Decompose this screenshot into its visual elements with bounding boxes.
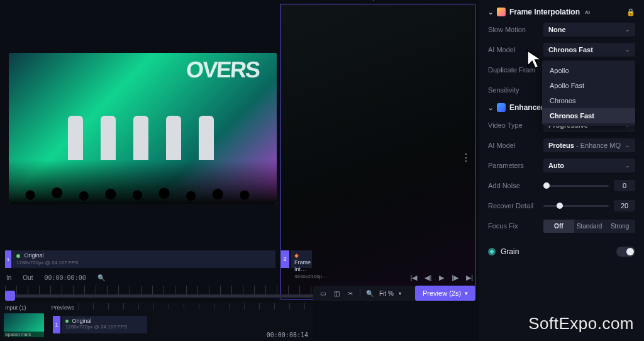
parameters-select[interactable]: Auto⌄ bbox=[543, 159, 635, 172]
clip-resolution: 1280x720px @ 24.167 FPS bbox=[16, 259, 272, 266]
recover-detail-slider[interactable] bbox=[543, 205, 609, 207]
sensitivity-label: Sensitivity bbox=[488, 86, 543, 94]
chevron-down-icon: ▾ bbox=[465, 290, 468, 296]
ai-model-row: AI Model Chronos Fast⌄ bbox=[488, 43, 635, 57]
parameters-label: Parameters bbox=[488, 162, 543, 169]
grain-title: Grain bbox=[501, 247, 519, 256]
editor-left-pane: OVERS ◆ TL ⋮ 1 Original 1280x720px @ 24.… bbox=[0, 0, 478, 341]
lock-icon[interactable]: 🔒 bbox=[626, 8, 635, 16]
dropdown-option-chronos[interactable]: Chronos bbox=[542, 93, 635, 108]
video-type-label: Video Type bbox=[488, 121, 543, 129]
status-dot-icon bbox=[65, 320, 69, 323]
zoom-select[interactable]: Fit % bbox=[379, 290, 394, 297]
filter-icon: ◆ bbox=[294, 252, 299, 259]
frame-interpolation-header[interactable]: ⌄ Frame Interpolation AI 🔒 bbox=[488, 8, 635, 16]
slow-motion-label: Slow Motion bbox=[488, 26, 543, 33]
play-icon[interactable]: ▶ bbox=[439, 274, 444, 282]
grain-icon bbox=[488, 248, 496, 255]
chevron-down-icon: ⌄ bbox=[625, 47, 630, 53]
track-sub: 1280x720px @ 24.167 FPS bbox=[65, 324, 143, 330]
search-icon[interactable]: 🔍 bbox=[97, 274, 105, 281]
clip-index-1: 1 bbox=[5, 250, 11, 268]
in-marker[interactable]: In bbox=[6, 274, 11, 281]
playhead-handle[interactable] bbox=[5, 291, 15, 301]
track-title: Original bbox=[72, 318, 92, 324]
transport-bar: In Out 00:00:00:00 🔍 |◀ ◀| ▶ |▶ ▶| bbox=[6, 272, 473, 283]
focus-fix-label: Focus Fix bbox=[488, 222, 543, 230]
focus-fix-strong[interactable]: Strong bbox=[604, 220, 635, 233]
frame-forward-icon[interactable]: |▶ bbox=[452, 274, 458, 282]
track-index[interactable]: 1 bbox=[53, 316, 60, 333]
crowd-silhouette bbox=[9, 160, 277, 204]
preview-original[interactable]: OVERS bbox=[9, 53, 277, 204]
timeline-track[interactable] bbox=[5, 294, 313, 298]
stage-banner-text: OVERS bbox=[185, 57, 260, 83]
slow-motion-row: Slow Motion None⌄ bbox=[488, 23, 635, 36]
single-view-icon[interactable]: ▭ bbox=[318, 290, 327, 297]
preview-tag: ◆ TL bbox=[371, 0, 385, 1]
grain-toggle[interactable] bbox=[616, 247, 635, 257]
focus-fix-row: Focus Fix Off Standard Strong bbox=[488, 219, 635, 233]
clip-card-frameinterp[interactable]: ◆ Frame Int… 3840x2160p… bbox=[291, 250, 312, 268]
dropdown-option-apollo-fast[interactable]: Apollo Fast bbox=[542, 78, 635, 93]
thumb-caption: Spaced mark bbox=[4, 332, 44, 337]
clip-index-2[interactable]: 2 bbox=[280, 250, 289, 268]
recover-detail-label: Recover Detail bbox=[488, 202, 543, 210]
frame-back-icon[interactable]: ◀| bbox=[425, 274, 431, 282]
chevron-down-icon: ⌄ bbox=[625, 26, 630, 33]
enhancement-icon bbox=[497, 103, 506, 112]
clip-card-original[interactable]: 1 Original 1280x720px @ 24.167 FPS bbox=[5, 250, 275, 268]
cursor-icon bbox=[526, 49, 545, 73]
add-noise-value[interactable]: 0 bbox=[614, 180, 635, 191]
slow-motion-select[interactable]: None⌄ bbox=[543, 23, 635, 36]
track-clip-original[interactable]: Original 1280x720px @ 24.167 FPS bbox=[62, 316, 147, 333]
input-header: Input (1) bbox=[5, 305, 26, 311]
chevron-down-icon: ⌄ bbox=[488, 9, 493, 16]
add-noise-label: Add Noise bbox=[488, 182, 543, 189]
frame-interpolation-icon bbox=[497, 8, 506, 16]
timeline-ruler[interactable] bbox=[5, 286, 313, 294]
chevron-down-icon: ⌄ bbox=[488, 104, 493, 111]
preview-button[interactable]: Preview (2s)▾ bbox=[415, 286, 475, 301]
lower-ruler[interactable] bbox=[63, 303, 308, 310]
add-noise-row: Add Noise 0 bbox=[488, 179, 635, 193]
input-thumbnail[interactable]: Spaced mark bbox=[4, 313, 44, 337]
ai-model-select[interactable]: Chronos Fast⌄ bbox=[543, 43, 635, 57]
skip-end-icon[interactable]: ▶| bbox=[466, 274, 473, 282]
recover-detail-value[interactable]: 20 bbox=[614, 200, 635, 211]
ai-model-dropdown[interactable]: Apollo Apollo Fast Chronos Chronos Fast bbox=[542, 60, 635, 126]
recover-detail-row: Recover Detail 20 bbox=[488, 199, 635, 213]
skip-start-icon[interactable]: |◀ bbox=[411, 274, 418, 282]
clip-title: Original bbox=[25, 252, 44, 259]
crop-icon[interactable]: ✂ bbox=[346, 290, 355, 297]
split-view-icon[interactable]: ◫ bbox=[332, 290, 341, 297]
enh-model-select[interactable]: Proteus - Enhance MQ⌄ bbox=[543, 138, 635, 152]
grain-header[interactable]: Grain bbox=[488, 247, 635, 257]
dropdown-option-apollo[interactable]: Apollo bbox=[542, 63, 635, 78]
preview-menu-icon[interactable]: ⋮ bbox=[461, 152, 471, 164]
timecode: 00:00:00:00 bbox=[44, 274, 86, 281]
focus-fix-segmented[interactable]: Off Standard Strong bbox=[543, 220, 635, 233]
section-title: Frame Interpolation bbox=[509, 8, 580, 16]
settings-sidebar: ⌄ Frame Interpolation AI 🔒 Slow Motion N… bbox=[479, 0, 644, 341]
ai-badge: AI bbox=[585, 9, 590, 15]
dropdown-option-chronos-fast[interactable]: Chronos Fast bbox=[542, 108, 635, 123]
focus-fix-off[interactable]: Off bbox=[543, 220, 574, 233]
status-dot-icon bbox=[16, 254, 20, 258]
parameters-row: Parameters Auto⌄ bbox=[488, 159, 635, 172]
focus-fix-standard[interactable]: Standard bbox=[574, 220, 605, 233]
enh-model-label: AI Model bbox=[488, 142, 543, 149]
timeline-end-timecode: 00:00:08:14 bbox=[267, 332, 308, 338]
lower-timeline-panel: Input (1) Previews Spaced mark 1 Origina… bbox=[0, 302, 313, 340]
zoom-icon[interactable]: 🔍 bbox=[365, 290, 374, 297]
add-noise-slider[interactable] bbox=[543, 185, 609, 187]
out-marker[interactable]: Out bbox=[23, 274, 33, 281]
enh-model-row: AI Model Proteus - Enhance MQ⌄ bbox=[488, 138, 635, 152]
